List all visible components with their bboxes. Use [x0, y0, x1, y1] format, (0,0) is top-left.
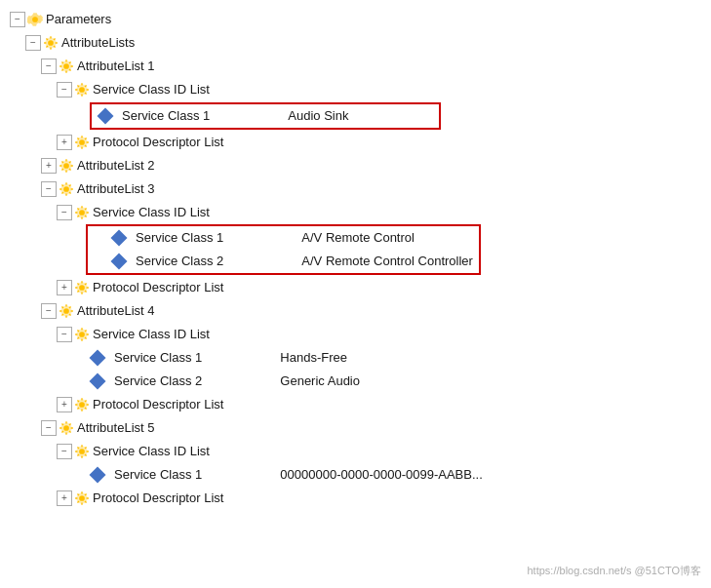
gear-icon-pdl-al4: [74, 397, 90, 412]
expander-al1[interactable]: [41, 59, 57, 74]
svg-point-22: [79, 402, 85, 408]
node-parameters: Parameters AttributeLists: [8, 8, 703, 510]
svg-point-4: [63, 63, 69, 69]
al1-label: AttributeList 1: [77, 56, 155, 77]
gear-icon-al4: [59, 303, 74, 319]
row-sc1-al4[interactable]: Service Class 1 Hands-Free: [8, 346, 703, 370]
svg-point-28: [79, 495, 85, 501]
svg-point-8: [79, 139, 85, 145]
sc1-al4-label: Service Class 1: [114, 347, 202, 369]
diamond-icon-sc2-al3: [111, 254, 127, 269]
diamond-icon-sc1-al3: [111, 230, 127, 246]
sc2-al3-label: Service Class 2: [136, 251, 223, 272]
sc1-al1-label: Service Class 1: [122, 105, 210, 127]
row-sc1-al5[interactable]: Service Class 1 00000000-0000-0000-0099-…: [8, 463, 703, 487]
tree-view: Parameters AttributeLists: [8, 8, 703, 510]
gear-icon-al3: [59, 181, 74, 197]
svg-point-26: [79, 449, 85, 454]
expander-al4[interactable]: [41, 303, 57, 319]
node-attrlist4: AttributeList 4: [8, 299, 703, 416]
gear-icon-pdl-al5: [74, 490, 90, 506]
sc2-al4-value: Generic Audio: [280, 371, 360, 392]
gear-icon-al1: [59, 59, 74, 74]
node-pdl-al5: Protocol Descriptor List: [8, 487, 703, 510]
expander-pdl-al3[interactable]: [57, 280, 72, 295]
svg-point-0: [33, 18, 38, 22]
node-sc1-al1: Service Class 1 Audio Sink: [8, 101, 703, 131]
row-sc1-al3[interactable]: Service Class 1 A/V Remote Control: [88, 226, 479, 250]
gear-icon-scid-al1: [74, 82, 90, 98]
sc1-al3-value: A/V Remote Control: [301, 227, 415, 249]
expander-attributelists[interactable]: [25, 35, 41, 51]
node-pdl-al4: Protocol Descriptor List: [8, 393, 703, 416]
expander-pdl-al1[interactable]: [57, 135, 72, 150]
highlighted-row-sc1-al1: Service Class 1 Audio Sink: [90, 102, 441, 130]
gear-icon-scid-al4: [74, 327, 90, 342]
svg-point-16: [79, 285, 85, 291]
parameters-children: AttributeLists: [8, 31, 703, 510]
node-pdl-al1: Protocol Descriptor List: [8, 131, 703, 154]
attributelists-label: AttributeLists: [61, 32, 135, 54]
expander-pdl-al4[interactable]: [57, 397, 72, 412]
watermark: https://blog.csdn.net/s @51CTO博客: [528, 564, 702, 578]
sc1-al5-value: 00000000-0000-0000-0099-AABB...: [280, 464, 482, 486]
sc1-al4-value: Hands-Free: [280, 347, 347, 369]
gear-icon-scid-al5: [74, 444, 90, 459]
highlighted-group-al3: Service Class 1 A/V Remote Control: [86, 224, 481, 275]
expander-al3[interactable]: [41, 181, 57, 197]
expander-scid-al5[interactable]: [57, 444, 72, 459]
gear-icon-pdl-al1: [74, 135, 90, 150]
node-scidlist-al5: Service Class ID List: [8, 440, 703, 487]
expander-al5[interactable]: [41, 420, 57, 436]
gear-icon: [27, 12, 43, 27]
scidlist-al1-label: Service Class ID List: [93, 79, 210, 100]
node-attributelists: AttributeLists: [8, 31, 703, 510]
svg-point-2: [48, 40, 54, 46]
svg-point-14: [79, 210, 85, 216]
node-attrlist1: AttributeList 1: [8, 55, 703, 154]
gear-icon-al5: [59, 420, 74, 436]
expander-pdl-al5[interactable]: [57, 490, 72, 506]
gear-icon-al2: [59, 158, 74, 174]
svg-point-12: [63, 186, 69, 192]
gear-icon-pdl-al3: [74, 280, 90, 295]
sc1-al5-label: Service Class 1: [114, 464, 202, 486]
svg-point-20: [79, 332, 85, 337]
pdl-al4-label: Protocol Descriptor List: [93, 394, 223, 415]
svg-point-18: [63, 308, 69, 314]
diamond-icon-sc1-al4: [90, 350, 105, 366]
al2-label: AttributeList 2: [77, 155, 155, 176]
node-pdl-al3: Protocol Descriptor List: [8, 276, 703, 299]
expander-scid-al4[interactable]: [57, 327, 72, 342]
expander-scid-al3[interactable]: [57, 205, 72, 220]
scidlist-al3-label: Service Class ID List: [93, 202, 210, 223]
node-attrlist2: AttributeList 2: [8, 154, 703, 177]
scidlist-al4-label: Service Class ID List: [93, 324, 210, 345]
scidlist-al5-label: Service Class ID List: [93, 441, 210, 462]
node-scidlist-al3: Service Class ID List: [8, 201, 703, 276]
sc2-al4-label: Service Class 2: [114, 371, 202, 392]
sc2-al3-value: A/V Remote Control Controller: [301, 251, 473, 272]
expander-parameters[interactable]: [10, 12, 25, 27]
sc1-al3-label: Service Class 1: [136, 227, 223, 249]
gear-icon-al: [43, 35, 59, 51]
pdl-al3-label: Protocol Descriptor List: [93, 277, 223, 298]
expander-scid-al1[interactable]: [57, 82, 72, 98]
al3-label: AttributeList 3: [77, 178, 155, 200]
row-sc2-al3[interactable]: Service Class 2 A/V Remote Control Contr…: [88, 250, 479, 273]
node-attrlist3: AttributeList 3: [8, 177, 703, 299]
node-scidlist-al1: Service Class ID List: [8, 78, 703, 131]
svg-point-24: [63, 425, 69, 431]
expander-al2[interactable]: [41, 158, 57, 174]
row-sc2-al4[interactable]: Service Class 2 Generic Audio: [8, 370, 703, 393]
node-attrlist5: AttributeList 5: [8, 416, 703, 510]
gear-icon-scid-al3: [74, 205, 90, 220]
diamond-icon-sc1-al5: [90, 467, 105, 483]
diamond-icon-sc2-al4: [90, 373, 105, 389]
svg-point-6: [79, 87, 85, 93]
svg-point-10: [63, 163, 69, 169]
parameters-label: Parameters: [46, 9, 111, 30]
pdl-al1-label: Protocol Descriptor List: [93, 132, 223, 153]
al5-label: AttributeList 5: [77, 417, 155, 439]
pdl-al5-label: Protocol Descriptor List: [93, 488, 223, 509]
